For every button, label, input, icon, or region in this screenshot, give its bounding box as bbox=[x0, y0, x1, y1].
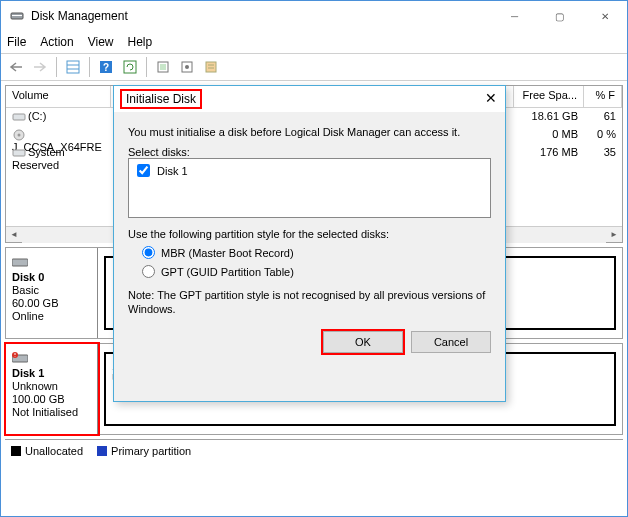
gpt-radio[interactable] bbox=[142, 265, 155, 278]
svg-rect-1 bbox=[12, 15, 22, 16]
cancel-button[interactable]: Cancel bbox=[411, 331, 491, 353]
disk-select-list: Disk 1 bbox=[128, 158, 491, 218]
forward-button[interactable] bbox=[29, 56, 51, 78]
properties-icon[interactable] bbox=[200, 56, 222, 78]
scroll-right-icon[interactable]: ► bbox=[606, 227, 622, 243]
menubar: File Action View Help bbox=[1, 31, 627, 53]
drive-icon bbox=[12, 111, 26, 123]
disc-icon bbox=[12, 129, 26, 141]
disk-error-icon bbox=[12, 352, 91, 366]
menu-file[interactable]: File bbox=[7, 35, 26, 49]
titlebar: Disk Management ─ ▢ ✕ bbox=[1, 1, 627, 31]
refresh-icon[interactable] bbox=[119, 56, 141, 78]
disk-label: Disk 0 bbox=[12, 271, 91, 283]
svg-rect-18 bbox=[13, 150, 25, 156]
legend-primary-label: Primary partition bbox=[111, 445, 191, 457]
partition-style-label: Use the following partition style for th… bbox=[128, 228, 491, 240]
header-volume[interactable]: Volume bbox=[6, 86, 111, 107]
app-icon bbox=[9, 8, 25, 24]
legend-primary-color bbox=[97, 446, 107, 456]
legend: Unallocated Primary partition bbox=[5, 439, 623, 461]
disk-size: 100.00 GB bbox=[12, 393, 91, 405]
partition-style-group: MBR (Master Boot Record) GPT (GUID Parti… bbox=[142, 246, 491, 278]
scroll-left-icon[interactable]: ◄ bbox=[6, 227, 22, 243]
menu-view[interactable]: View bbox=[88, 35, 114, 49]
disk-status: Online bbox=[12, 310, 91, 322]
svg-rect-7 bbox=[124, 61, 136, 73]
select-disks-label: Select disks: bbox=[128, 146, 491, 158]
maximize-button[interactable]: ▢ bbox=[537, 1, 582, 31]
drive-icon bbox=[12, 147, 26, 159]
toolbar: ? bbox=[1, 53, 627, 81]
svg-rect-9 bbox=[160, 64, 166, 70]
dialog-close-button[interactable]: ✕ bbox=[485, 90, 497, 106]
view-list-icon[interactable] bbox=[62, 56, 84, 78]
help-icon[interactable]: ? bbox=[95, 56, 117, 78]
ok-button[interactable]: OK bbox=[323, 331, 403, 353]
radio-gpt[interactable]: GPT (GUID Partition Table) bbox=[142, 265, 491, 278]
menu-action[interactable]: Action bbox=[40, 35, 73, 49]
legend-unalloc-label: Unallocated bbox=[25, 445, 83, 457]
menu-help[interactable]: Help bbox=[128, 35, 153, 49]
dialog-instruction: You must initialise a disk before Logica… bbox=[128, 126, 491, 138]
tool-icon-2[interactable] bbox=[176, 56, 198, 78]
disk-type: Basic bbox=[12, 284, 91, 296]
legend-unalloc-color bbox=[11, 446, 21, 456]
minimize-button[interactable]: ─ bbox=[492, 1, 537, 31]
svg-rect-12 bbox=[206, 62, 216, 72]
disk-info-panel: Disk 1 Unknown 100.00 GB Not Initialised bbox=[6, 344, 98, 434]
header-free[interactable]: Free Spa... bbox=[514, 86, 584, 107]
disk-select-item[interactable]: Disk 1 bbox=[129, 159, 490, 182]
disk-name: Disk 1 bbox=[157, 165, 188, 177]
svg-point-11 bbox=[185, 65, 189, 69]
svg-rect-15 bbox=[13, 114, 25, 120]
initialise-disk-dialog: Initialise Disk ✕ You must initialise a … bbox=[113, 85, 506, 402]
dialog-note: Note: The GPT partition style is not rec… bbox=[128, 288, 491, 317]
disk-icon bbox=[12, 256, 91, 270]
tool-icon-1[interactable] bbox=[152, 56, 174, 78]
svg-rect-19 bbox=[12, 259, 28, 266]
svg-text:?: ? bbox=[103, 62, 109, 73]
disk-management-window: Disk Management ─ ▢ ✕ File Action View H… bbox=[0, 0, 628, 517]
svg-rect-2 bbox=[67, 61, 79, 73]
radio-mbr[interactable]: MBR (Master Boot Record) bbox=[142, 246, 491, 259]
disk-size: 60.00 GB bbox=[12, 297, 91, 309]
disk-status: Not Initialised bbox=[12, 406, 91, 418]
disk-info-panel: Disk 0 Basic 60.00 GB Online bbox=[6, 248, 98, 338]
mbr-radio[interactable] bbox=[142, 246, 155, 259]
close-button[interactable]: ✕ bbox=[582, 1, 627, 31]
dialog-titlebar: Initialise Disk ✕ bbox=[114, 86, 505, 112]
header-pct[interactable]: % F bbox=[584, 86, 622, 107]
dialog-title: Initialise Disk bbox=[122, 91, 200, 107]
disk-label: Disk 1 bbox=[12, 367, 91, 379]
disk-type: Unknown bbox=[12, 380, 91, 392]
disk-checkbox[interactable] bbox=[137, 164, 150, 177]
back-button[interactable] bbox=[5, 56, 27, 78]
svg-point-17 bbox=[18, 134, 21, 137]
